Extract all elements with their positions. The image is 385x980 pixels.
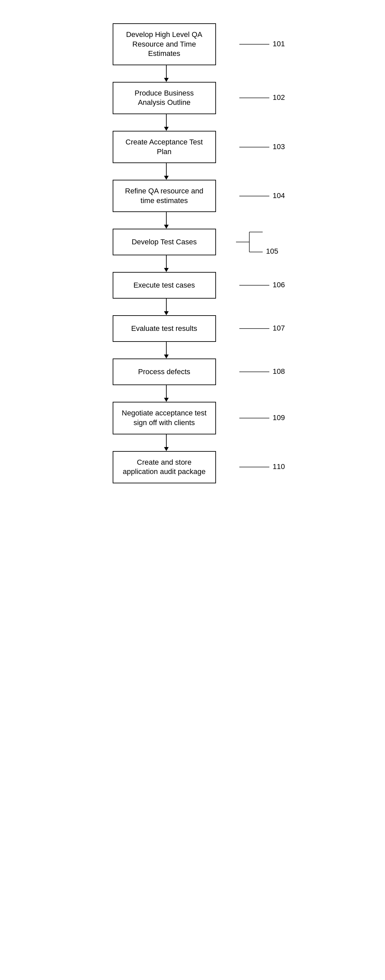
step-7-text: Evaluate test results	[131, 324, 197, 334]
step-1-label-line: 101	[239, 38, 293, 51]
step-1-box: Develop High Level QA Resource and Time …	[113, 23, 216, 65]
arrow-6	[93, 299, 293, 315]
arrow-head-6	[164, 311, 169, 315]
step-4-box: Refine QA resource and time estimates	[113, 180, 216, 212]
step-6-text: Execute test cases	[133, 281, 195, 290]
step-2-label-line: 102	[239, 91, 293, 105]
step-8: Process defects 108	[93, 358, 293, 385]
arrow-3	[93, 163, 293, 180]
step-4-text: Refine QA resource and time estimates	[121, 186, 207, 205]
arrow-head-7	[164, 355, 169, 358]
step-8-box: Process defects	[113, 358, 216, 385]
step-5-label: 105	[266, 247, 278, 255]
arrow-shaft-2	[166, 114, 167, 127]
step-3-text: Create Acceptance Test Plan	[121, 137, 207, 156]
step-6: Execute test cases 106	[93, 272, 293, 299]
arrow-4	[93, 212, 293, 229]
arrow-shaft-3	[166, 163, 167, 176]
step-1-text: Develop High Level QA Resource and Time …	[121, 30, 207, 59]
step-9-text: Negotiate acceptance test sign off with …	[121, 409, 207, 428]
arrow-head-4	[164, 225, 169, 229]
step-2: Produce Business Analysis Outline 102	[93, 82, 293, 114]
step-9: Negotiate acceptance test sign off with …	[93, 402, 293, 434]
arrow-head-1	[164, 78, 169, 82]
step-7-label-line: 107	[239, 322, 293, 335]
step-10-label-line: 110	[239, 460, 293, 474]
arrow-shaft-5	[166, 255, 167, 268]
arrow-7	[93, 342, 293, 358]
step-3-label-line: 103	[239, 140, 293, 154]
arrow-head-2	[164, 127, 169, 131]
step-8-label: 108	[273, 367, 285, 375]
step-1: Develop High Level QA Resource and Time …	[93, 23, 293, 65]
arrow-shaft-1	[166, 65, 167, 78]
step-10-text: Create and store application audit packa…	[121, 458, 207, 477]
arrow-shaft-8	[166, 385, 167, 398]
arrow-1	[93, 65, 293, 82]
step-5: Develop Test Cases 105	[93, 229, 293, 255]
arrow-head-8	[164, 398, 169, 402]
arrow-shaft-4	[166, 212, 167, 225]
step-6-label: 106	[273, 281, 285, 289]
step-9-label-line: 109	[239, 412, 293, 425]
arrow-head-5	[164, 268, 169, 272]
step-2-label: 102	[273, 93, 285, 102]
step-2-text: Produce Business Analysis Outline	[121, 89, 207, 108]
step-10-label: 110	[273, 462, 285, 471]
step-9-box: Negotiate acceptance test sign off with …	[113, 402, 216, 434]
step-5-box: Develop Test Cases	[113, 229, 216, 255]
step-5-text: Develop Test Cases	[132, 237, 196, 247]
arrow-8	[93, 385, 293, 402]
arrow-5	[93, 255, 293, 272]
step-4-label: 104	[273, 191, 285, 200]
step-6-box: Execute test cases	[113, 272, 216, 299]
step-10: Create and store application audit packa…	[93, 451, 293, 483]
arrow-shaft-7	[166, 342, 167, 355]
arrow-9	[93, 434, 293, 451]
step-9-label: 109	[273, 414, 285, 422]
step-3: Create Acceptance Test Plan 103	[93, 131, 293, 163]
arrow-shaft-9	[166, 434, 167, 447]
step-1-label: 101	[273, 40, 285, 48]
arrow-2	[93, 114, 293, 131]
arrow-shaft-6	[166, 299, 167, 311]
step-5-label-line: 105	[236, 229, 296, 255]
step-8-label-line: 108	[239, 365, 293, 379]
step-7-box: Evaluate test results	[113, 315, 216, 342]
step-4-label-line: 104	[239, 189, 293, 203]
arrow-head-9	[164, 447, 169, 451]
step-4: Refine QA resource and time estimates 10…	[93, 180, 293, 212]
step-2-box: Produce Business Analysis Outline	[113, 82, 216, 114]
step-3-box: Create Acceptance Test Plan	[113, 131, 216, 163]
arrow-head-3	[164, 176, 169, 180]
step-3-label: 103	[273, 142, 285, 151]
step-6-label-line: 106	[239, 278, 293, 292]
step-10-box: Create and store application audit packa…	[113, 451, 216, 483]
step-8-text: Process defects	[138, 367, 190, 377]
step-7: Evaluate test results 107	[93, 315, 293, 342]
step-7-label: 107	[273, 324, 285, 332]
flowchart: Develop High Level QA Resource and Time …	[93, 13, 293, 967]
